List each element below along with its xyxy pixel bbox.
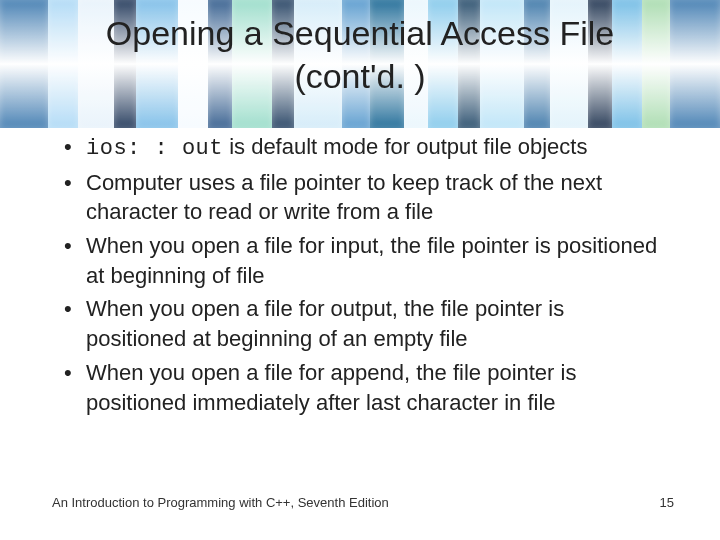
bullet-5: When you open a file for append, the fil…	[60, 358, 670, 417]
bullet-2: Computer uses a file pointer to keep tra…	[60, 168, 670, 227]
footer-text: An Introduction to Programming with C++,…	[52, 495, 389, 510]
slide-title: Opening a Sequential Access File (cont'd…	[0, 12, 720, 97]
title-line-2: (cont'd. )	[0, 55, 720, 98]
bullet-1: ios: : out is default mode for output fi…	[60, 132, 670, 164]
bullet-3: When you open a file for input, the file…	[60, 231, 670, 290]
bullet-1-code: ios: : out	[86, 136, 223, 161]
title-line-1: Opening a Sequential Access File	[0, 12, 720, 55]
bullet-1-rest: is default mode for output file objects	[223, 134, 587, 159]
bullet-4: When you open a file for output, the fil…	[60, 294, 670, 353]
slide-body: ios: : out is default mode for output fi…	[60, 132, 670, 421]
page-number: 15	[660, 495, 674, 510]
